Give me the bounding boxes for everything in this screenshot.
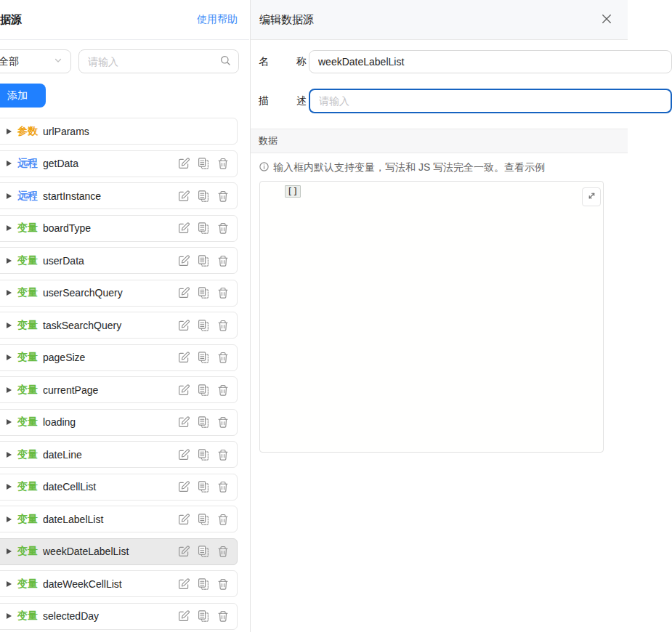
expand-arrow-icon[interactable] — [7, 387, 12, 393]
delete-icon[interactable] — [216, 351, 230, 364]
copy-icon[interactable] — [197, 319, 210, 332]
datasource-item-urlParams[interactable]: 参数urlParams — [0, 118, 238, 145]
copy-icon[interactable] — [197, 384, 210, 397]
datasource-item-weekDateLabelList[interactable]: 变量weekDateLabelList — [0, 538, 238, 565]
datasource-item-dateLabelList[interactable]: 变量dateLabelList — [0, 506, 238, 532]
edit-icon[interactable] — [177, 384, 190, 397]
drag-handle-icon[interactable] — [0, 609, 1, 623]
edit-icon[interactable] — [177, 319, 190, 332]
edit-icon[interactable] — [177, 513, 190, 526]
drag-handle-icon[interactable] — [0, 415, 1, 429]
expand-arrow-icon[interactable] — [7, 323, 12, 328]
drag-handle-icon[interactable] — [0, 577, 1, 591]
delete-icon[interactable] — [216, 513, 230, 526]
copy-icon[interactable] — [197, 545, 210, 558]
datasource-item-dateCellList[interactable]: 变量dateCellList — [0, 474, 238, 501]
edit-icon[interactable] — [177, 222, 190, 235]
edit-icon[interactable] — [177, 286, 190, 299]
drag-handle-icon[interactable] — [0, 189, 1, 203]
datasource-item-currentPage[interactable]: 变量currentPage — [0, 376, 238, 403]
delete-icon[interactable] — [216, 578, 230, 591]
drag-handle-icon[interactable] — [0, 156, 1, 171]
help-link[interactable]: 使用帮助 — [197, 13, 238, 26]
edit-icon[interactable] — [177, 254, 190, 267]
copy-icon[interactable] — [197, 448, 210, 461]
drag-handle-icon[interactable] — [0, 124, 1, 139]
description-input[interactable] — [309, 89, 672, 113]
delete-icon[interactable] — [216, 416, 230, 429]
close-button[interactable] — [596, 9, 617, 30]
edit-icon[interactable] — [177, 609, 190, 623]
drag-handle-icon[interactable] — [0, 447, 1, 462]
copy-icon[interactable] — [197, 157, 210, 170]
datasource-item-dateWeekCellList[interactable]: 变量dateWeekCellList — [0, 570, 238, 597]
delete-icon[interactable] — [216, 480, 230, 493]
datasource-item-selectedDay[interactable]: 变量selectedDay — [0, 603, 238, 630]
drag-handle-icon[interactable] — [0, 254, 1, 268]
search-icon[interactable] — [219, 54, 231, 69]
copy-icon[interactable] — [197, 609, 210, 623]
delete-icon[interactable] — [216, 254, 230, 267]
expand-arrow-icon[interactable] — [7, 613, 12, 619]
expand-arrow-icon[interactable] — [7, 419, 12, 425]
expand-editor-button[interactable] — [582, 187, 601, 206]
expand-arrow-icon[interactable] — [7, 484, 12, 490]
delete-icon[interactable] — [216, 222, 230, 235]
expand-arrow-icon[interactable] — [7, 581, 12, 587]
copy-icon[interactable] — [197, 286, 210, 299]
name-input[interactable] — [309, 50, 672, 73]
expand-arrow-icon[interactable] — [7, 258, 12, 264]
copy-icon[interactable] — [197, 513, 210, 526]
drag-handle-icon[interactable] — [0, 512, 1, 527]
expand-arrow-icon[interactable] — [7, 516, 12, 522]
copy-icon[interactable] — [197, 351, 210, 364]
expand-arrow-icon[interactable] — [7, 225, 12, 231]
copy-icon[interactable] — [197, 480, 210, 493]
delete-icon[interactable] — [216, 545, 230, 558]
edit-icon[interactable] — [177, 578, 190, 591]
edit-icon[interactable] — [177, 448, 190, 461]
edit-icon[interactable] — [177, 157, 190, 170]
edit-icon[interactable] — [177, 480, 190, 493]
expand-arrow-icon[interactable] — [7, 290, 12, 296]
datasource-item-startInstance[interactable]: 远程startInstance — [0, 182, 238, 209]
copy-icon[interactable] — [197, 190, 210, 203]
edit-icon[interactable] — [177, 545, 190, 558]
expand-arrow-icon[interactable] — [7, 355, 12, 360]
datasource-item-dateLine[interactable]: 变量dateLine — [0, 441, 238, 468]
datasource-item-pageSize[interactable]: 变量pageSize — [0, 344, 238, 371]
drag-handle-icon[interactable] — [0, 544, 1, 559]
copy-icon[interactable] — [197, 578, 210, 591]
type-filter-select[interactable]: 全部 — [0, 49, 71, 73]
copy-icon[interactable] — [197, 222, 210, 235]
data-code-editor[interactable]: [] — [259, 181, 604, 453]
delete-icon[interactable] — [216, 157, 230, 170]
drag-handle-icon[interactable] — [0, 221, 1, 235]
search-input[interactable] — [88, 56, 219, 68]
datasource-item-taskSearchQuery[interactable]: 变量taskSearchQuery — [0, 312, 238, 339]
delete-icon[interactable] — [216, 286, 230, 299]
drag-handle-icon[interactable] — [0, 285, 1, 300]
delete-icon[interactable] — [216, 609, 230, 623]
delete-icon[interactable] — [216, 190, 230, 203]
drag-handle-icon[interactable] — [0, 350, 1, 365]
delete-icon[interactable] — [216, 448, 230, 461]
datasource-item-boardType[interactable]: 变量boardType — [0, 215, 238, 242]
datasource-item-userData[interactable]: 变量userData — [0, 247, 238, 274]
drag-handle-icon[interactable] — [0, 479, 1, 494]
expand-arrow-icon[interactable] — [7, 548, 12, 554]
expand-arrow-icon[interactable] — [7, 193, 12, 199]
delete-icon[interactable] — [216, 384, 230, 397]
datasource-item-getData[interactable]: 远程getData — [0, 150, 238, 177]
edit-icon[interactable] — [177, 416, 190, 429]
copy-icon[interactable] — [197, 254, 210, 267]
drag-handle-icon[interactable] — [0, 383, 1, 397]
delete-icon[interactable] — [216, 319, 230, 332]
datasource-item-loading[interactable]: 变量loading — [0, 409, 238, 436]
datasource-item-userSearchQuery[interactable]: 变量userSearchQuery — [0, 280, 238, 307]
add-datasource-button[interactable]: 添加 — [0, 84, 46, 108]
expand-arrow-icon[interactable] — [7, 452, 12, 458]
copy-icon[interactable] — [197, 416, 210, 429]
expand-arrow-icon[interactable] — [7, 129, 12, 134]
expand-arrow-icon[interactable] — [7, 161, 12, 166]
